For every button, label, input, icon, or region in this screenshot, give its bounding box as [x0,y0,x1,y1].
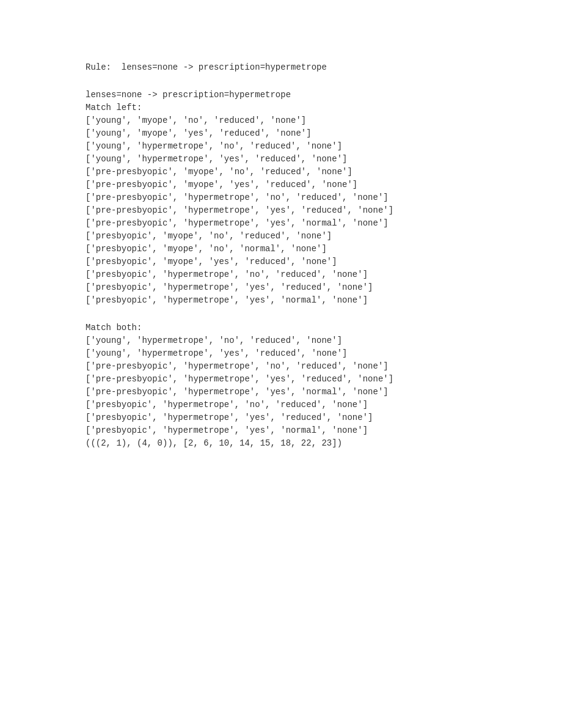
section-match-both-content: Match both: ['young', 'hypermetrope', 'n… [86,322,476,450]
main-content: Rule: lenses=none -> prescription=hyperm… [86,61,476,450]
section-rule-block: lenses=none -> prescription=hypermetrope… [86,89,476,307]
section-rule-content: lenses=none -> prescription=hypermetrope… [86,89,476,307]
rule-header: Rule: lenses=none -> prescription=hyperm… [86,61,476,74]
rule-header-section: Rule: lenses=none -> prescription=hyperm… [86,61,476,74]
section-match-both-block: Match both: ['young', 'hypermetrope', 'n… [86,322,476,450]
